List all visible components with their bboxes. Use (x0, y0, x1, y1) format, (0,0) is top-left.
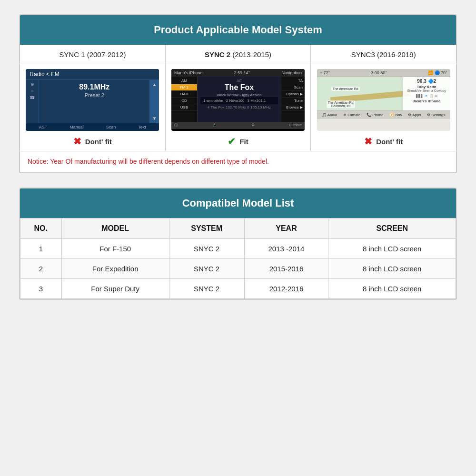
sync2-tune: Tune (281, 98, 305, 104)
sync3-title: SYNC3 (2016-2019) (351, 50, 416, 59)
sync3-settings: ⚙ Settings (427, 113, 445, 117)
sync3-road-label1: The American Rd (331, 87, 360, 91)
sync3-fit-label: ✖ Dont' fit (316, 136, 451, 147)
table-row: 1For F-150SNYC 22013 -20148 inch LCD scr… (20, 238, 456, 258)
sync2-header-col: SYNC 2 (2013-2015) (166, 45, 311, 63)
sync1-scroll: ▲ ▼ (149, 80, 159, 123)
cell-no-1: 2 (20, 258, 62, 278)
table-row: 2For ExpeditionSNYC 22015-20168 inch LCD… (20, 258, 456, 278)
sync3-home: ⌂ 72° (320, 70, 330, 75)
sync3-screen-col: ⌂ 72° 3:00 80° 📶 🔵 70° The American Rd T… (311, 63, 456, 151)
cell-model-0: For F-150 (61, 238, 169, 258)
cell-screen-0: 8 inch LCD screen (328, 238, 456, 258)
sync3-song: Should've Been a Cowboy (405, 89, 448, 92)
cell-system-1: SNYC 2 (169, 258, 244, 278)
sync2-fit-text: Fit (239, 138, 248, 146)
sync2-top-bar: Mario's iPhone 2:59 14° Navigation (171, 69, 305, 77)
sync1-preset: Preset 2 (43, 92, 146, 98)
sync3-radio-freq: 96.3 🔷2 (405, 79, 448, 84)
sync3-phone: 📞 Phone (367, 113, 383, 117)
sync2-browse: Browse ▶ (281, 104, 305, 111)
sync2-title-plain: (2013-2015) (232, 50, 271, 59)
cell-year-0: 2013 -2014 (244, 238, 328, 258)
cell-model-2: For Super Duty (61, 278, 169, 298)
sync2-song: Black Widow - Iggy Azalea (200, 93, 278, 97)
sync3-signal: ▋▋▋ 📧 📋 ⚙ (405, 94, 448, 98)
sync2-phone: Mario's iPhone (174, 70, 202, 75)
sync1-scroll-down: ▼ (152, 116, 157, 121)
sync3-header-col: SYNC3 (2016-2019) (311, 45, 456, 63)
sync2-climate: Climate (289, 123, 302, 128)
sync2-check-icon: ✔ (228, 136, 236, 147)
sync2-options: Options ▶ (281, 91, 305, 98)
compat-table-header-row: NO. MODEL SYSTEM YEAR SCREEN (20, 218, 456, 238)
sync3-top-bar: ⌂ 72° 3:00 80° 📶 🔵 70° (317, 69, 450, 77)
sync3-apps: ⚙ Apps (408, 113, 421, 117)
sync2-freq-nums: 4 The Fox 102.70 MHz 6 105.10 MHz (200, 104, 278, 110)
top-section: Product Applicable Model System SYNC 1 (… (19, 14, 457, 173)
sync3-map-area: The American Rd The American RdDearborn,… (317, 77, 450, 110)
cell-year-2: 2012-2016 (244, 278, 328, 298)
sync1-bottom-bar: AST Manual Scan Text (26, 123, 159, 131)
sync3-icons: 📶 🔵 70° (428, 70, 447, 75)
top-section-title: Product Applicable Model System (20, 15, 456, 45)
sync3-right-panel: 96.3 🔷2 Toby Keith Should've Been a Cowb… (403, 77, 450, 110)
sync2-bottom-bar: ⓘ 📱 ⚙ Climate (171, 122, 305, 129)
cell-year-1: 2015-2016 (244, 258, 328, 278)
sync2-time: 2:59 14° (234, 70, 250, 75)
col-screen: SCREEN (328, 218, 456, 238)
sync2-scan: Scan (281, 84, 305, 91)
sync2-screen-col: Mario's iPhone 2:59 14° Navigation AM FM… (166, 63, 311, 151)
table-row: 3For Super DutySNYC 22012-20168 inch LCD… (20, 278, 456, 298)
col-no: NO. (20, 218, 62, 238)
sync-header-row: SYNC 1 (2007-2012) SYNC 2 (2013-2015) SY… (20, 45, 456, 63)
compat-table-body: 1For F-150SNYC 22013 -20148 inch LCD scr… (20, 238, 456, 298)
col-system: SYSTEM (169, 218, 244, 238)
sync2-center-content: AF The Fox Black Widow - Iggy Azalea 1 s… (198, 77, 281, 122)
sync2-station: The Fox (200, 83, 278, 92)
sync1-icon1: ⊕ (30, 82, 34, 87)
sync2-freq2: 2 Nova100 (226, 99, 245, 103)
compat-table: NO. MODEL SYSTEM YEAR SCREEN 1For F-150S… (20, 218, 456, 299)
sync2-content: AM FM 1 DAB CD USB AF The Fox Black Wido… (171, 77, 305, 122)
sync2-fm1: FM 1 (171, 84, 197, 91)
sync2-af: AF (200, 79, 278, 83)
col-model: MODEL (61, 218, 169, 238)
notice-text: Notice: Year Of manufacturing will be di… (28, 158, 269, 165)
sync2-cd: CD (171, 98, 197, 104)
sync3-audio: 🎵 Audio (322, 113, 337, 117)
sync1-fit-label: ✖ Dont' fit (25, 136, 160, 147)
sync2-dab: DAB (171, 91, 197, 98)
sync2-phone-icon: 📱 (212, 123, 217, 128)
sync1-main-area: ⊕ ○ ☎ 89.1MHz Preset 2 ▲ ▼ (26, 80, 159, 123)
sync2-screen-mockup: Mario's iPhone 2:59 14° Navigation AM FM… (171, 69, 305, 131)
sync2-title-bold: SYNC 2 (205, 50, 230, 59)
bottom-section: Compatibel Model List NO. MODEL SYSTEM Y… (19, 188, 457, 300)
notice-row: Notice: Year Of manufacturing will be di… (20, 151, 456, 172)
sync2-info-icon: ⓘ (174, 123, 178, 128)
sync2-freq-list: 1 smoothfm 2 Nova100 3 Mix101.1 (200, 97, 278, 104)
sync1-left-icons: ⊕ ○ ☎ (26, 80, 39, 123)
sync-screens-row: Radio < FM ⊕ ○ ☎ 89.1MHz Preset 2 ▲ ▼ (20, 63, 456, 151)
col-year: YEAR (244, 218, 328, 238)
sync3-road-label2: The American RdDearborn, MI (327, 100, 355, 108)
sync1-scroll-up: ▲ (152, 82, 157, 87)
cell-no-0: 1 (20, 238, 62, 258)
sync2-usb: USB (171, 104, 197, 111)
sync1-radio-label: Radio < FM (30, 71, 59, 78)
sync2-right-menu: TA Scan Options ▶ Tune Browse ▶ (281, 77, 305, 122)
sync1-icon3: ☎ (30, 95, 35, 100)
sync2-fit-label: ✔ Fit (170, 136, 306, 147)
sync2-ta: TA (281, 78, 305, 84)
sync1-fit-text: Dont' fit (85, 138, 112, 146)
sync2-freq1: 1 smoothfm (203, 99, 223, 103)
cell-system-2: SNYC 2 (169, 278, 244, 298)
sync2-nav: Navigation (281, 70, 302, 75)
cell-system-0: SNYC 2 (169, 238, 244, 258)
sync3-climate: ❄ Climate (343, 113, 360, 117)
sync1-scan: Scan (106, 125, 116, 129)
sync3-nav: 🧭 Nav (389, 113, 402, 117)
sync1-ast: AST (39, 125, 48, 129)
sync1-screen-col: Radio < FM ⊕ ○ ☎ 89.1MHz Preset 2 ▲ ▼ (20, 63, 166, 151)
cell-screen-1: 8 inch LCD screen (328, 258, 456, 278)
